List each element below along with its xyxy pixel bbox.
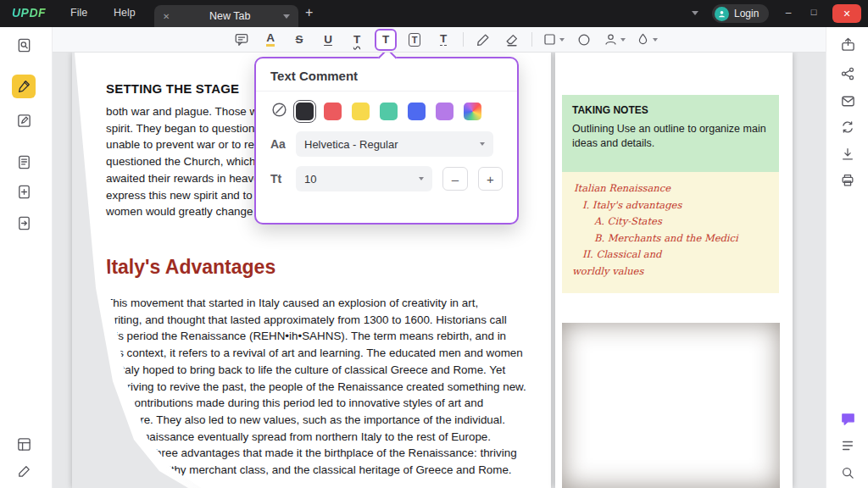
menu-help[interactable]: Help: [114, 7, 136, 19]
chevron-down-icon[interactable]: [559, 38, 565, 42]
chevron-down-icon[interactable]: [692, 11, 698, 15]
color-swatch-red[interactable]: [324, 103, 342, 120]
maximize-button[interactable]: □: [805, 7, 822, 17]
comment-tool-icon[interactable]: [12, 75, 36, 98]
text-line: literature. They also led to new values,…: [106, 412, 535, 429]
tab-label: New Tab: [176, 10, 283, 22]
text-line: this period the Renaissance (REHN•ih•SAH…: [106, 328, 535, 345]
stamp-icon[interactable]: [573, 29, 595, 51]
strikethrough-icon[interactable]: S: [288, 29, 310, 51]
highlight-icon[interactable]: A: [259, 29, 281, 51]
color-swatch-blue[interactable]: [408, 103, 426, 120]
font-family-value: Helvetica - Regular: [304, 138, 398, 151]
taking-notes-callout: TAKING NOTES Outlining Use an outline to…: [562, 95, 779, 172]
tab-new-tab[interactable]: ✕ New Tab: [154, 5, 298, 27]
annotation-toolbar: A S U T T T T: [53, 27, 826, 53]
callout-title: TAKING NOTES: [572, 104, 769, 116]
size-row: Tt 10 – +: [270, 166, 503, 191]
ink-color-icon[interactable]: [634, 29, 659, 51]
color-swatch-teal[interactable]: [380, 103, 398, 120]
thumbnail-panel-icon[interactable]: [836, 434, 860, 458]
chevron-down-icon[interactable]: [620, 38, 626, 42]
font-family-select[interactable]: Helvetica - Regular: [296, 131, 493, 157]
chevron-down-icon: [480, 142, 485, 146]
search-thumbnail-icon[interactable]: [12, 33, 36, 57]
comment-panel-icon[interactable]: [836, 407, 860, 430]
note-line: II. Classical and: [582, 247, 779, 263]
text-box-icon[interactable]: T: [403, 29, 426, 51]
organize-pages-icon[interactable]: [12, 150, 36, 174]
login-label: Login: [734, 8, 759, 19]
eraser-icon[interactable]: [501, 29, 523, 51]
save-download-icon[interactable]: [836, 142, 860, 166]
extract-page-icon[interactable]: [12, 211, 36, 235]
color-swatch-black[interactable]: [296, 103, 314, 120]
text-box-glyph: T: [409, 33, 421, 47]
note-line: A. City-States: [594, 214, 779, 230]
chapter-heading: Italy's Advantages: [106, 256, 275, 279]
signature-icon[interactable]: [602, 29, 627, 51]
updf-app-window: UPDF File Help ✕ New Tab + Login – □ ✕ A…: [0, 0, 868, 488]
strikethrough-glyph: S: [295, 33, 303, 46]
text-comment-icon[interactable]: T: [375, 29, 397, 51]
note-line: Italian Renaissance: [574, 180, 779, 197]
minimize-button[interactable]: –: [780, 7, 797, 19]
form-field-icon[interactable]: [12, 432, 36, 456]
color-picker-icon[interactable]: [270, 101, 296, 122]
menu-file[interactable]: File: [70, 7, 87, 19]
titlebar: UPDF File Help ✕ New Tab + Login – □ ✕: [0, 0, 868, 27]
color-swatch-rainbow[interactable]: [464, 103, 481, 120]
typewriter-icon[interactable]: T: [432, 29, 454, 51]
section-heading: SETTING THE STAGE: [106, 81, 239, 96]
pencil-icon[interactable]: [472, 29, 494, 51]
underline-glyph: U: [324, 33, 332, 46]
text-line: The contributions made during this perio…: [106, 395, 535, 412]
text-line: This movement that started in Italy caus…: [106, 295, 535, 312]
toolbar-divider: [531, 32, 532, 47]
new-tab-button[interactable]: +: [305, 5, 313, 20]
updf-logo: UPDF: [12, 6, 46, 19]
renaissance-painting-image: [562, 323, 780, 488]
color-swatch-yellow[interactable]: [352, 103, 370, 120]
underline-icon[interactable]: U: [317, 29, 339, 51]
font-size-value: 10: [304, 173, 316, 186]
edit-page-icon[interactable]: [12, 108, 36, 132]
typewriter-glyph: T: [440, 33, 447, 47]
text-line: of Italy hoped to bring back to life the…: [106, 362, 535, 379]
decrease-size-button[interactable]: –: [442, 167, 467, 191]
font-size-select[interactable]: 10: [296, 166, 432, 191]
note-line: I. Italy's advantages: [582, 197, 779, 214]
login-button[interactable]: Login: [712, 4, 769, 23]
right-sidebar: [826, 27, 868, 488]
chevron-down-icon[interactable]: [283, 14, 290, 19]
chevron-down-icon[interactable]: [653, 38, 658, 42]
close-button[interactable]: ✕: [832, 4, 861, 23]
color-row: [270, 101, 503, 122]
note-comment-icon[interactable]: [231, 29, 253, 51]
share-icon[interactable]: [836, 62, 860, 86]
tab-close-icon[interactable]: ✕: [163, 12, 170, 21]
color-swatch-purple[interactable]: [436, 103, 453, 120]
font-label: Aa: [270, 137, 296, 151]
left-sidebar: [0, 27, 53, 488]
print-icon[interactable]: [836, 169, 860, 192]
search-icon[interactable]: [836, 461, 860, 485]
text-comment-glyph: T: [382, 33, 389, 46]
text-line: The Renaissance eventually spread from n…: [106, 429, 535, 446]
convert-icon[interactable]: [836, 115, 860, 139]
crop-tool-icon[interactable]: [12, 459, 36, 483]
email-icon[interactable]: [836, 89, 860, 113]
pdf-page-2: TAKING NOTES Outlining Use an outline to…: [555, 53, 793, 488]
export-icon[interactable]: [836, 32, 860, 56]
avatar-icon: [715, 7, 729, 21]
text-line: in striving to revive the past, the peop…: [106, 379, 535, 396]
insert-page-icon[interactable]: [12, 180, 36, 203]
note-line: worldly values: [572, 263, 779, 280]
highlight-glyph: A: [266, 32, 275, 47]
increase-size-button[interactable]: +: [478, 167, 503, 191]
squiggly-underline-icon[interactable]: T: [346, 29, 368, 51]
paragraph-italys-advantages: This movement that started in Italy caus…: [106, 295, 535, 479]
shape-tool-icon[interactable]: [541, 29, 566, 51]
font-size-label: Tt: [270, 172, 296, 186]
document-canvas: SETTING THE STAGE both war and plague. T…: [53, 53, 826, 488]
